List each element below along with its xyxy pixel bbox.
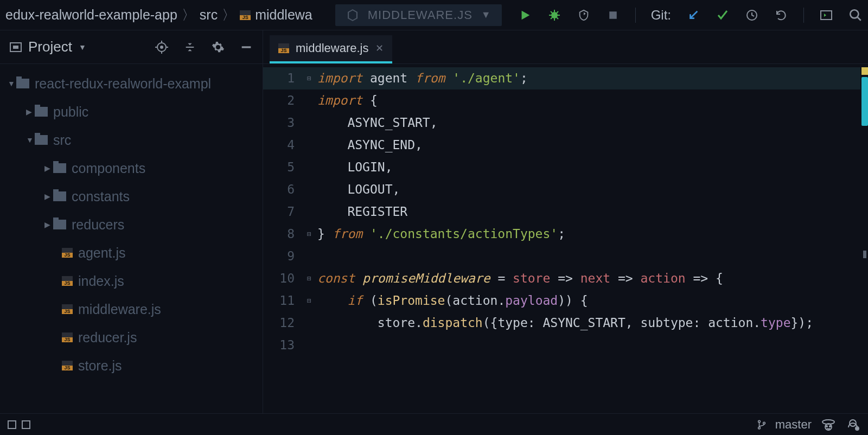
svg-point-13 [826, 425, 827, 426]
coverage-button[interactable] [577, 8, 591, 22]
git-commit-button[interactable] [716, 8, 730, 22]
js-file-icon: JS [278, 43, 289, 53]
breadcrumb[interactable]: edux-realworld-example-app 〉 src 〉 JS mi… [5, 6, 312, 24]
tool-window-button[interactable] [22, 420, 30, 429]
locate-file-button[interactable] [155, 41, 168, 54]
breadcrumb-project[interactable]: edux-realworld-example-app [5, 7, 177, 23]
svg-point-9 [758, 427, 760, 429]
folder-icon [53, 191, 66, 201]
processes-icon[interactable] [845, 418, 860, 432]
tab-label: middleware.js [296, 41, 369, 55]
git-label: Git: [651, 8, 671, 23]
chevron-right-icon: 〉 [222, 6, 235, 24]
fold-gutter[interactable]: ⊟⊟⊟⊟ [304, 64, 314, 413]
tab-middleware[interactable]: JS middleware.js ✕ [270, 35, 392, 63]
tree-label: agent.js [78, 245, 126, 261]
git-revert-button[interactable] [774, 8, 788, 22]
tool-window-button[interactable] [8, 420, 16, 429]
js-file-icon: JS [62, 248, 73, 258]
editor-tabs: JS middleware.js ✕ [263, 30, 868, 64]
tree-folder[interactable]: ▼ src [0, 126, 263, 154]
project-icon [10, 42, 22, 52]
run-config-selector[interactable]: MIDDLEWARE.JS ▼ [335, 4, 502, 26]
navigation-bar: edux-realworld-example-app 〉 src 〉 JS mi… [0, 0, 868, 30]
run-button[interactable] [518, 8, 532, 22]
js-file-icon: JS [62, 361, 73, 370]
svg-point-8 [758, 420, 760, 423]
tree-folder[interactable]: ▶ public [0, 98, 263, 126]
run-config-label: MIDDLEWARE.JS [368, 8, 473, 22]
tree-label: reducers [72, 217, 124, 233]
status-bar: master [0, 413, 868, 435]
nodejs-icon [346, 9, 359, 22]
tree-folder[interactable]: ▶ constants [0, 182, 263, 210]
breadcrumb-file[interactable]: middlewa [255, 7, 312, 23]
collapse-all-button[interactable] [183, 41, 196, 54]
tree-label: reducer.js [78, 330, 137, 346]
tree-file[interactable]: JS agent.js [0, 239, 263, 267]
svg-rect-1 [609, 11, 617, 19]
stop-button[interactable] [606, 8, 620, 22]
code-content[interactable]: import agent from './agent';import { ASY… [314, 64, 813, 413]
run-anything-button[interactable] [819, 8, 833, 22]
hector-icon[interactable] [820, 418, 837, 432]
tree-file[interactable]: JS index.js [0, 267, 263, 295]
divider [635, 8, 636, 23]
branch-icon[interactable] [757, 419, 767, 431]
hide-button[interactable] [240, 41, 253, 54]
debug-button[interactable] [547, 8, 561, 22]
search-button[interactable] [848, 8, 863, 22]
tree-root[interactable]: ▼ react-redux-realworld-exampl [0, 69, 263, 98]
tree-folder[interactable]: ▶ components [0, 154, 263, 182]
tree-label: store.js [78, 358, 122, 374]
tree-label: constants [72, 189, 130, 204]
tree-file[interactable]: JS reducer.js [0, 323, 263, 351]
scrollbar-thumb[interactable] [861, 77, 868, 126]
js-file-icon: JS [62, 276, 73, 286]
project-view-label[interactable]: Project [28, 39, 72, 55]
folder-icon [35, 135, 48, 145]
code-editor[interactable]: 12345678910111213 ⊟⊟⊟⊟ import agent from… [263, 64, 868, 413]
tree-label: components [72, 161, 145, 176]
svg-point-4 [850, 10, 858, 18]
chevron-right-icon[interactable]: ▶ [44, 192, 53, 201]
js-file-icon: JS [62, 332, 73, 342]
tree-label: index.js [78, 273, 124, 289]
folder-icon [53, 220, 66, 229]
chevron-right-icon[interactable]: ▶ [44, 164, 53, 172]
branch-label[interactable]: master [775, 418, 812, 432]
svg-point-6 [161, 46, 163, 48]
tree-file[interactable]: JS middleware.js [0, 295, 263, 323]
git-pull-button[interactable] [686, 8, 700, 22]
chevron-right-icon[interactable]: ▶ [44, 220, 53, 229]
toolbar: Git: [518, 8, 863, 23]
tree-label: react-redux-realworld-exampl [35, 76, 211, 92]
tree-label: public [53, 104, 88, 120]
tree-label: middleware.js [78, 302, 161, 317]
line-numbers: 12345678910111213 [263, 64, 304, 413]
project-tree[interactable]: ▼ react-redux-realworld-exampl ▶ public … [0, 64, 263, 413]
gear-icon[interactable] [212, 41, 225, 54]
svg-point-14 [829, 425, 831, 426]
folder-icon [53, 163, 66, 173]
marker[interactable] [863, 251, 866, 258]
git-history-button[interactable] [745, 8, 759, 22]
tree-file[interactable]: JS store.js [0, 351, 263, 380]
chevron-down-icon[interactable]: ▼ [79, 43, 86, 52]
project-header: Project ▼ [0, 30, 263, 64]
chevron-down-icon[interactable]: ▼ [26, 136, 35, 144]
tree-folder[interactable]: ▶ reducers [0, 210, 263, 239]
chevron-right-icon: 〉 [182, 6, 195, 24]
breadcrumb-folder[interactable]: src [200, 7, 218, 23]
js-file-icon: JS [240, 10, 251, 20]
close-icon[interactable]: ✕ [375, 42, 384, 54]
tree-label: src [53, 132, 71, 148]
divider [803, 8, 804, 23]
folder-icon [16, 79, 29, 88]
svg-rect-7 [242, 46, 251, 48]
chevron-down-icon[interactable]: ▼ [8, 79, 16, 88]
chevron-right-icon[interactable]: ▶ [26, 107, 35, 116]
svg-point-10 [763, 422, 765, 424]
folder-icon [35, 107, 48, 117]
warning-marker[interactable] [861, 67, 868, 75]
